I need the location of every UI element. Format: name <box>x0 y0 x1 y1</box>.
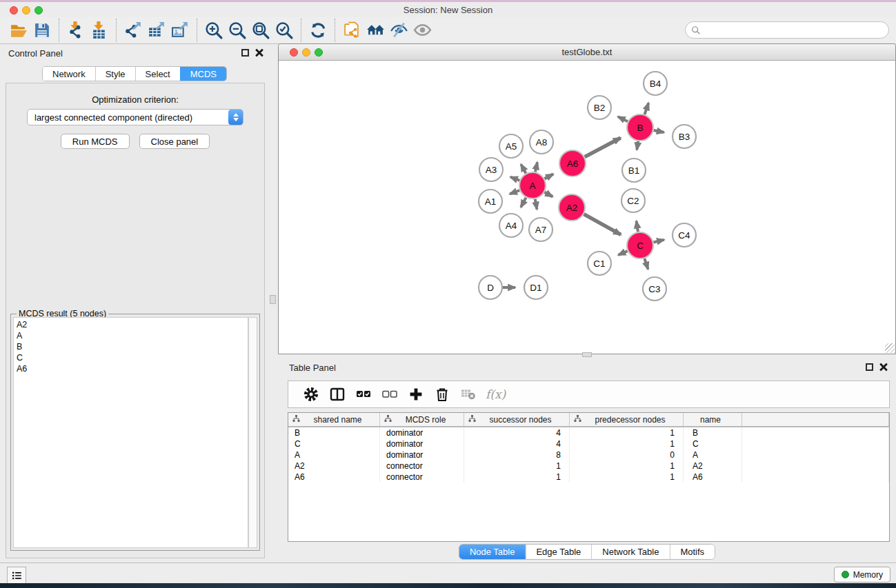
result-item[interactable]: A6 <box>17 363 248 374</box>
graph-node-A8[interactable]: A8 <box>530 130 553 154</box>
zoom-selected-icon[interactable] <box>272 19 296 41</box>
hide-panels-eye-icon[interactable] <box>387 19 410 41</box>
import-network-icon[interactable] <box>64 19 88 41</box>
table-cell[interactable] <box>742 460 889 472</box>
table-cell[interactable]: C <box>684 438 742 449</box>
table-cell[interactable]: dominator <box>380 449 464 460</box>
graph-node-D1[interactable]: D1 <box>524 276 548 299</box>
table-row[interactable]: Bdominator41B <box>288 427 889 438</box>
graph-node-A7[interactable]: A7 <box>529 218 552 241</box>
table-cell[interactable]: B <box>288 427 380 438</box>
edge-A2-C[interactable] <box>584 214 621 235</box>
zoom-in-icon[interactable] <box>202 19 226 41</box>
open-session-icon[interactable] <box>7 19 30 41</box>
tab-select[interactable]: Select <box>135 67 180 81</box>
table-cell[interactable]: connector <box>380 472 464 483</box>
tab-mcds[interactable]: MCDS <box>180 67 226 81</box>
edge-A-A5[interactable] <box>521 164 526 173</box>
result-item[interactable]: A2 <box>17 319 248 330</box>
table-cell[interactable]: dominator <box>380 427 464 438</box>
resize-grip-icon[interactable] <box>885 343 895 353</box>
table-cell[interactable] <box>742 427 889 438</box>
task-history-button[interactable] <box>7 567 26 584</box>
graph-node-A2[interactable]: A2 <box>559 194 585 221</box>
column-header-name[interactable]: name <box>684 413 742 426</box>
criterion-select[interactable]: largest connected component (directed) <box>27 109 243 125</box>
show-panels-eye-icon[interactable] <box>410 19 434 41</box>
table-cell[interactable]: A <box>288 449 380 460</box>
table-cell[interactable]: A6 <box>684 472 742 483</box>
edge-B-B3[interactable] <box>654 130 664 132</box>
zoom-fit-icon[interactable] <box>249 19 272 41</box>
graph-node-A6[interactable]: A6 <box>559 150 586 176</box>
edge-C-C2[interactable] <box>637 221 638 232</box>
table-cell[interactable]: 4 <box>464 427 570 438</box>
memory-button[interactable]: Memory <box>834 567 890 582</box>
save-session-icon[interactable] <box>30 19 54 41</box>
table-cell[interactable]: A6 <box>288 472 380 483</box>
graph-node-B[interactable]: B <box>627 114 653 141</box>
table-cell[interactable]: dominator <box>380 438 464 449</box>
node-table[interactable]: shared nameMCDS rolesuccessor nodesprede… <box>288 412 890 542</box>
close-panel-button[interactable]: Close panel <box>139 134 210 149</box>
table-row[interactable]: A6connector11A6 <box>288 472 889 483</box>
edge-B-B2[interactable] <box>618 116 628 121</box>
edge-A6-B[interactable] <box>585 138 621 157</box>
edge-B-B4[interactable] <box>645 103 649 114</box>
edge-A-A1[interactable] <box>510 190 519 194</box>
table-row[interactable]: A2connector11A2 <box>288 460 889 472</box>
graph-node-B4[interactable]: B4 <box>644 72 667 95</box>
tab-edge-table[interactable]: Edge Table <box>525 545 591 559</box>
deselect-all-icon[interactable] <box>377 383 403 406</box>
table-cell[interactable]: connector <box>380 460 464 472</box>
graph-node-C1[interactable]: C1 <box>588 252 611 275</box>
edge-A-A4[interactable] <box>521 198 526 207</box>
column-header-successor-nodes[interactable]: successor nodes <box>464 413 570 426</box>
graph-node-D[interactable]: D <box>479 276 502 299</box>
vertical-split-handle[interactable] <box>270 295 276 304</box>
mcds-result-list[interactable]: A2ABCA6 <box>13 317 248 548</box>
function-builder-icon[interactable]: f(x) <box>481 387 506 401</box>
edge-A-A7[interactable] <box>535 199 537 210</box>
table-cell[interactable] <box>742 438 889 449</box>
table-cell[interactable] <box>742 472 889 483</box>
refresh-layout-icon[interactable] <box>306 19 330 41</box>
add-icon[interactable] <box>403 383 429 406</box>
tab-style[interactable]: Style <box>95 67 135 81</box>
export-image-icon[interactable] <box>168 19 192 41</box>
column-header-predecessor-nodes[interactable]: predecessor nodes <box>570 413 684 426</box>
table-row[interactable]: Cdominator41C <box>288 438 889 449</box>
edge-C-C3[interactable] <box>644 258 648 270</box>
home-pages-icon[interactable] <box>364 19 387 41</box>
gear-icon[interactable] <box>298 383 324 406</box>
column-header-MCDS-role[interactable]: MCDS role <box>380 413 464 426</box>
graph-node-A5[interactable]: A5 <box>499 134 523 158</box>
table-row[interactable]: Adominator80A <box>288 449 889 460</box>
result-item[interactable]: A <box>17 330 248 341</box>
delete-table-icon[interactable] <box>455 383 481 406</box>
run-mcds-button[interactable]: Run MCDS <box>61 134 130 149</box>
table-cell[interactable]: 8 <box>464 449 570 460</box>
table-cell[interactable]: A2 <box>684 460 742 472</box>
search-field[interactable] <box>685 21 889 39</box>
table-close-panel-icon[interactable] <box>879 363 888 371</box>
graph-node-C2[interactable]: C2 <box>621 189 645 212</box>
column-header-shared-name[interactable]: shared name <box>288 413 380 426</box>
result-item[interactable]: C <box>17 352 248 363</box>
table-cell[interactable]: C <box>288 438 380 449</box>
graph-node-C4[interactable]: C4 <box>673 223 696 247</box>
new-network-from-file-icon[interactable] <box>340 19 364 41</box>
delete-icon[interactable] <box>429 383 455 406</box>
result-scrollbar[interactable] <box>248 317 257 548</box>
select-all-icon[interactable] <box>350 383 377 406</box>
table-cell[interactable]: 1 <box>570 438 684 449</box>
table-cell[interactable]: 1 <box>570 460 684 472</box>
table-cell[interactable]: 1 <box>570 472 684 483</box>
tab-network[interactable]: Network <box>43 67 95 81</box>
zoom-out-icon[interactable] <box>226 19 249 41</box>
network-graph[interactable]: AA1A2A3A4A5A6A7A8BB1B2B3B4CC1C2C3C4DD1 <box>279 61 895 354</box>
float-panel-icon[interactable] <box>241 49 249 57</box>
edge-C-C1[interactable] <box>618 251 627 255</box>
graph-node-C3[interactable]: C3 <box>643 277 666 301</box>
table-cell[interactable]: B <box>684 427 742 438</box>
